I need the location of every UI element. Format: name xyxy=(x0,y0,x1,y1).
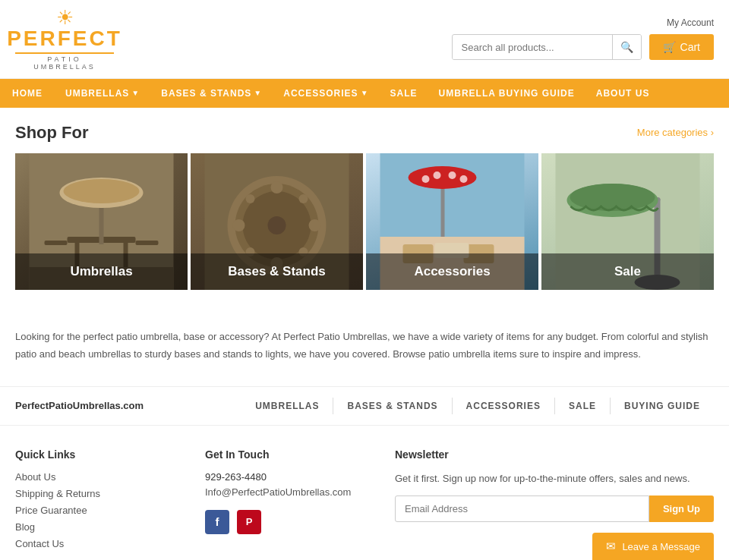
svg-point-16 xyxy=(233,219,245,231)
logo-sun-icon: ☀ xyxy=(56,8,74,27)
search-box: 🔍 xyxy=(452,34,642,60)
logo-patio-text: PATIO xyxy=(47,55,82,63)
chevron-down-icon: ▼ xyxy=(361,89,369,97)
cart-label: Cart xyxy=(680,41,700,53)
umbrellas-label: Umbrellas xyxy=(15,253,188,290)
quick-link-contact[interactable]: Contact Us xyxy=(15,538,175,549)
product-card-umbrellas[interactable]: Umbrellas xyxy=(15,153,188,290)
live-chat-label: Leave a Message xyxy=(622,541,700,552)
chevron-down-icon: ▼ xyxy=(254,89,262,97)
footer-nav-sale[interactable]: SALE xyxy=(555,398,611,414)
footer-nav-umbrellas[interactable]: UMBRELLAS xyxy=(241,398,333,414)
contact-phone: 929-263-4480 xyxy=(205,471,364,483)
svg-rect-8 xyxy=(136,241,159,245)
main-content: Shop For More categories › xyxy=(0,108,729,290)
footer-quick-links: Quick Links About Us Shipping & Returns … xyxy=(15,448,175,555)
newsletter-title: Newsletter xyxy=(395,448,714,461)
svg-point-38 xyxy=(570,184,655,211)
svg-point-30 xyxy=(460,175,468,183)
svg-point-28 xyxy=(434,171,441,179)
product-card-bases[interactable]: Bases & Stands xyxy=(191,153,363,290)
description-section: Looking for the perfect patio umbrella, … xyxy=(0,313,729,386)
nav-item-umbrellas[interactable]: UMBRELLAS ▼ xyxy=(55,79,150,108)
accessories-label: Accessories xyxy=(366,253,538,290)
svg-rect-7 xyxy=(45,241,68,245)
svg-point-27 xyxy=(422,175,430,183)
footer-contact: Get In Touch 929-263-4480 Info@PerfectPa… xyxy=(205,448,364,555)
footer-nav-buying-guide[interactable]: BUYING GUIDE xyxy=(611,398,714,414)
newsletter-form: Sign Up xyxy=(395,496,714,522)
cart-button[interactable]: 🛒 Cart xyxy=(649,34,714,60)
nav-item-accessories[interactable]: ACCESSORIES ▼ xyxy=(273,79,379,108)
svg-point-29 xyxy=(449,171,456,179)
chat-icon: ✉ xyxy=(606,540,616,553)
svg-point-22 xyxy=(268,216,286,234)
description-text: Looking for the perfect patio umbrella, … xyxy=(15,328,714,363)
newsletter-text: Get it first. Sign up now for up-to-the-… xyxy=(395,471,714,487)
svg-point-19 xyxy=(299,194,308,203)
live-chat-widget[interactable]: ✉ Leave a Message xyxy=(592,533,714,560)
quick-link-about[interactable]: About Us xyxy=(15,471,175,483)
footer-brand: PerfectPatioUmbrellas.com xyxy=(15,400,241,411)
nav-item-home[interactable]: HOME xyxy=(0,79,55,108)
svg-point-18 xyxy=(246,194,255,203)
contact-email: Info@PerfectPatioUmbrellas.com xyxy=(205,486,364,498)
pinterest-icon[interactable]: P xyxy=(237,510,261,534)
facebook-icon[interactable]: f xyxy=(205,510,229,534)
quick-link-blog[interactable]: Blog xyxy=(15,521,175,533)
header: ☀ PERFECT PATIO UMBRELLAS My Account 🔍 🛒… xyxy=(0,0,729,79)
logo-umbrellas-text: UMBRELLAS xyxy=(33,63,96,71)
search-input[interactable] xyxy=(453,36,612,59)
my-account-link[interactable]: My Account xyxy=(667,17,714,28)
footer-nav-bases[interactable]: BASES & STANDS xyxy=(333,398,452,414)
header-right: My Account 🔍 🛒 Cart xyxy=(452,17,714,60)
product-grid: Umbrellas xyxy=(15,153,714,290)
logo-perfect-text: PERFECT xyxy=(7,27,122,51)
product-card-accessories[interactable]: Accessories xyxy=(366,153,538,290)
shop-for-title: Shop For xyxy=(15,123,89,143)
footer-nav-links: UMBRELLAS BASES & STANDS ACCESSORIES SAL… xyxy=(241,398,714,414)
social-icons: f P xyxy=(205,510,364,534)
svg-point-6 xyxy=(64,179,140,203)
bases-label: Bases & Stands xyxy=(191,253,363,290)
search-button[interactable]: 🔍 xyxy=(612,35,641,59)
quick-links-title: Quick Links xyxy=(15,448,175,461)
footer-nav-accessories[interactable]: ACCESSORIES xyxy=(453,398,555,414)
cart-icon: 🛒 xyxy=(663,41,676,53)
nav-item-about[interactable]: ABOUT US xyxy=(585,79,661,108)
product-card-sale[interactable]: Sale xyxy=(541,153,714,290)
svg-point-17 xyxy=(309,219,321,231)
nav-item-buying-guide[interactable]: UMBRELLA BUYING GUIDE xyxy=(428,79,585,108)
quick-link-price[interactable]: Price Guarantee xyxy=(15,505,175,516)
search-icon: 🔍 xyxy=(620,41,633,53)
nav-item-bases[interactable]: BASES & STANDS ▼ xyxy=(150,79,273,108)
svg-point-14 xyxy=(271,181,283,193)
footer-nav: PerfectPatioUmbrellas.com UMBRELLAS BASE… xyxy=(0,386,729,426)
more-categories-link[interactable]: More categories › xyxy=(637,127,714,138)
logo[interactable]: ☀ PERFECT PATIO UMBRELLAS xyxy=(15,8,114,71)
shop-for-header: Shop For More categories › xyxy=(15,123,714,143)
sale-label: Sale xyxy=(541,253,714,290)
chevron-down-icon: ▼ xyxy=(131,89,140,97)
main-nav: HOME UMBRELLAS ▼ BASES & STANDS ▼ ACCESS… xyxy=(0,79,729,108)
nav-item-sale[interactable]: SALE xyxy=(380,79,428,108)
newsletter-signup-button[interactable]: Sign Up xyxy=(649,496,714,522)
header-actions: 🔍 🛒 Cart xyxy=(452,34,714,60)
quick-link-shipping[interactable]: Shipping & Returns xyxy=(15,488,175,499)
newsletter-email-input[interactable] xyxy=(395,496,649,522)
contact-title: Get In Touch xyxy=(205,448,364,461)
